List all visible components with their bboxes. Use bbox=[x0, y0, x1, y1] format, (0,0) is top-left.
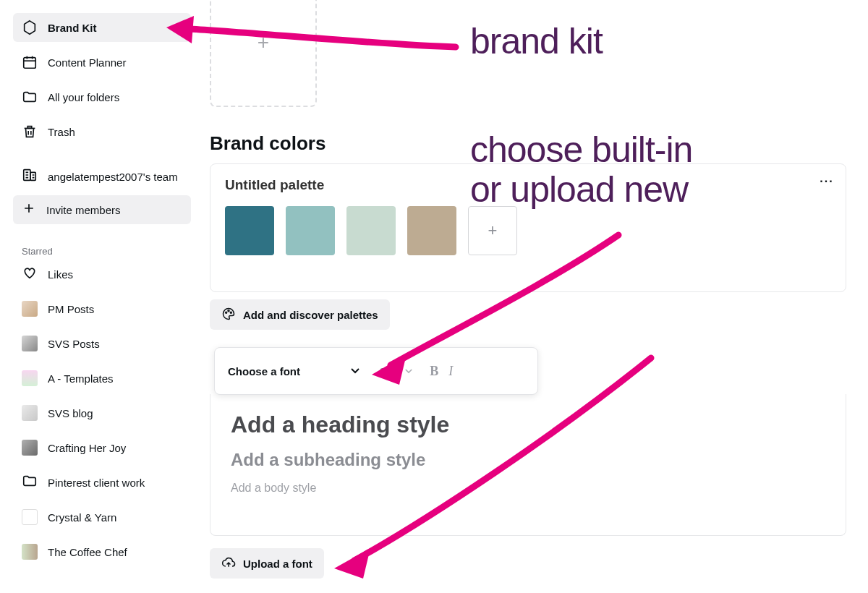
nav-trash-label: Trash bbox=[48, 126, 75, 138]
nav-content-planner[interactable]: Content Planner bbox=[13, 48, 191, 77]
annotation-line1: choose built-in bbox=[470, 129, 692, 170]
starred-item-label: PM Posts bbox=[48, 303, 94, 315]
starred-item[interactable]: The Coffee Chef bbox=[13, 537, 191, 566]
heart-icon bbox=[22, 265, 38, 283]
starred-item-label: Pinterest client work bbox=[48, 477, 145, 489]
color-swatch[interactable] bbox=[225, 206, 274, 255]
nav-all-folders-label: All your folders bbox=[48, 91, 119, 103]
svg-rect-3 bbox=[30, 172, 35, 180]
plus-icon bbox=[22, 201, 36, 218]
folder-thumbnail bbox=[22, 336, 38, 351]
nav-brand-kit-label: Brand Kit bbox=[48, 22, 97, 34]
calendar-icon bbox=[22, 54, 38, 70]
invite-members-label: Invite members bbox=[46, 204, 121, 216]
palette-icon bbox=[221, 307, 236, 323]
svg-point-5 bbox=[228, 310, 229, 311]
starred-item-label: SVS Posts bbox=[48, 338, 100, 350]
palette-more-button[interactable]: ··· bbox=[818, 173, 835, 190]
folder-thumbnail bbox=[22, 544, 38, 560]
folder-icon bbox=[22, 473, 38, 492]
color-swatch[interactable] bbox=[286, 206, 335, 255]
svg-marker-9 bbox=[334, 548, 370, 579]
starred-item[interactable]: PM Posts bbox=[13, 294, 191, 323]
nav-trash[interactable]: Trash bbox=[13, 117, 191, 146]
folder-thumbnail bbox=[22, 370, 38, 386]
likes-label: Likes bbox=[48, 268, 73, 281]
invite-members-button[interactable]: Invite members bbox=[13, 195, 191, 224]
starred-item-label: The Coffee Chef bbox=[48, 546, 127, 558]
upload-font-button[interactable]: Upload a font bbox=[210, 548, 324, 579]
folder-thumbnail bbox=[22, 509, 38, 525]
likes-item[interactable]: Likes bbox=[13, 260, 191, 289]
annotation-brand-kit: brand kit bbox=[470, 22, 603, 61]
starred-item[interactable]: SVS blog bbox=[13, 398, 191, 427]
team-row[interactable]: angelatempest2007's team bbox=[13, 162, 191, 191]
svg-rect-1 bbox=[24, 58, 36, 69]
folder-thumbnail bbox=[22, 301, 38, 317]
starred-item[interactable]: Pinterest client work bbox=[13, 468, 191, 497]
trash-icon bbox=[22, 124, 38, 140]
starred-item-label: SVS blog bbox=[48, 407, 93, 419]
starred-item-label: Crafting Her Joy bbox=[48, 442, 126, 454]
svg-point-6 bbox=[230, 312, 231, 313]
folder-icon bbox=[22, 89, 38, 105]
annotation-choose-upload: choose built-in or upload new bbox=[470, 130, 692, 210]
sidebar: Brand Kit Content Planner All your folde… bbox=[0, 0, 198, 593]
svg-point-4 bbox=[226, 312, 227, 313]
nav-content-planner-label: Content Planner bbox=[48, 56, 126, 69]
brand-colors-title: Brand colors bbox=[210, 132, 326, 155]
folder-thumbnail bbox=[22, 440, 38, 456]
starred-heading: Starred bbox=[13, 240, 191, 260]
team-label: angelatempest2007's team bbox=[48, 171, 178, 183]
nav-brand-kit[interactable]: Brand Kit bbox=[13, 13, 191, 42]
arrow-to-brand-kit bbox=[166, 14, 463, 65]
upload-font-label: Upload a font bbox=[243, 558, 312, 570]
svg-marker-7 bbox=[166, 16, 194, 43]
upload-icon bbox=[221, 555, 236, 572]
annotation-line2: or upload new bbox=[470, 169, 688, 210]
starred-item-label: Crystal & Yarn bbox=[48, 511, 116, 524]
add-discover-palettes-label: Add and discover palettes bbox=[243, 309, 378, 321]
starred-item[interactable]: Crystal & Yarn bbox=[13, 503, 191, 532]
starred-item[interactable]: A - Templates bbox=[13, 364, 191, 393]
starred-item[interactable]: SVS Posts bbox=[13, 329, 191, 358]
starred-item-label: A - Templates bbox=[48, 372, 114, 385]
team-icon bbox=[22, 167, 38, 186]
folder-thumbnail bbox=[22, 405, 38, 421]
starred-item[interactable]: Crafting Her Joy bbox=[13, 433, 191, 462]
brand-kit-icon bbox=[22, 20, 38, 35]
nav-all-folders[interactable]: All your folders bbox=[13, 82, 191, 111]
arrow-to-upload-font bbox=[326, 347, 665, 579]
svg-marker-0 bbox=[25, 21, 35, 34]
choose-font-label: Choose a font bbox=[228, 365, 300, 377]
